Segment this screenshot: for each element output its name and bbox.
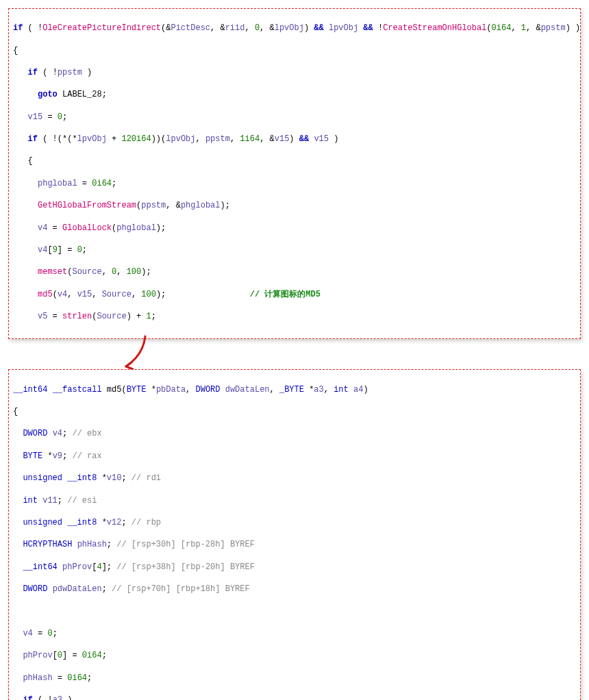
id-source2: Source [102, 290, 131, 299]
op-not: ! [53, 68, 58, 77]
rc4: // esi [67, 496, 97, 505]
op-and: && [314, 23, 323, 33]
id-ppstm2: ppstm [58, 68, 82, 77]
id-v4b: v4 [38, 245, 47, 255]
fn-md5: md5 [38, 290, 53, 299]
kw-if3: if [28, 134, 38, 144]
id-v15c: v15 [314, 134, 329, 144]
t-int: int [334, 385, 349, 395]
brace-open: { [13, 45, 576, 56]
t-d7: __int64 [23, 562, 57, 572]
id-v4c: v4 [58, 290, 67, 299]
comment-md5: // 计算图标的MD5 [250, 290, 321, 299]
id-v15: v15 [28, 112, 43, 122]
ni0: 0 [58, 651, 62, 660]
rc7: // [rsp+38h] [rbp-20h] BYREF [116, 562, 255, 572]
rc3: // rdi [131, 473, 161, 483]
id-phglobal2: phglobal [181, 201, 221, 210]
fn-olecreate: OleCreatePictureIndirect [42, 23, 161, 33]
id-source: Source [72, 267, 101, 277]
fn-strlen: strlen [62, 312, 92, 321]
id-lpvobj: lpvObj [275, 23, 304, 33]
t-d1: DWORD [23, 429, 47, 438]
num-100: 100 [127, 267, 142, 277]
num-0c: 0 [77, 245, 82, 255]
id-lpvobj3: lpvObj [77, 134, 107, 144]
shh: phHash [23, 673, 52, 683]
n0i64: 0i64 [82, 651, 102, 660]
p-a3: a3 [314, 385, 323, 395]
t-byte2: _BYTE [279, 385, 304, 395]
num-0d: 0 [112, 267, 116, 277]
fn-createstream: CreateStreamOnHGlobal [383, 23, 486, 33]
id-ppstm: ppstm [541, 23, 566, 33]
dhh: phHash [77, 540, 107, 549]
rc5: // rbp [131, 518, 161, 527]
num-0b: 0 [58, 112, 62, 122]
id-ppstm3: ppstm [205, 134, 230, 144]
num-0i64b: 0i64 [92, 179, 112, 188]
num-120: 120i64 [121, 134, 151, 144]
code-block-top: if ( !OleCreatePictureIndirect(&PictDesc… [8, 8, 581, 339]
id-pictdesc: PictDesc [171, 23, 210, 33]
dv4: v4 [53, 429, 62, 438]
fn-memset: memset [38, 267, 67, 277]
sprov: phProv [23, 651, 52, 660]
t-d4: int [23, 496, 38, 505]
op-and3: && [299, 134, 309, 144]
num-100b: 100 [141, 290, 156, 299]
id-lpvobj4: lpvObj [166, 134, 195, 144]
num-1b: 1 [146, 312, 151, 321]
p-dwdatalen: dwDataLen [225, 385, 270, 395]
t-d5: unsigned __int8 [23, 518, 97, 527]
dpdl: pdwDataLen [53, 584, 102, 594]
t-dword: DWORD [196, 385, 221, 395]
arrow-connector [8, 339, 581, 369]
id-v5: v5 [38, 312, 47, 321]
rc1: // ebx [72, 429, 101, 438]
num-0i64: 0i64 [492, 23, 512, 33]
lbl-28: LABEL_28 [62, 90, 102, 99]
rc2: // rax [72, 451, 101, 461]
t-d6: HCRYPTHASH [23, 540, 72, 549]
t-d3: unsigned __int8 [23, 473, 97, 483]
rc8: // [rsp+70h] [rbp+18h] BYREF [112, 584, 250, 594]
dprov: phProv [62, 562, 92, 572]
t-d8: DWORD [23, 584, 47, 594]
kw-if2: if [28, 68, 38, 77]
id-v4: v4 [38, 223, 47, 233]
p-pbdata: pbData [156, 385, 186, 395]
dv10: v10 [107, 473, 122, 483]
sv4: v4 [23, 629, 32, 638]
num-4: 4 [97, 562, 101, 572]
t-d2: BYTE [23, 451, 42, 461]
rc6: // [rsp+30h] [rbp-28h] BYREF [116, 540, 255, 549]
fn-sig-md5: md5 [107, 385, 122, 395]
n0: 0 [47, 629, 52, 638]
id-phglobal3: phglobal [116, 223, 156, 233]
id-ppstm4: ppstm [141, 201, 166, 210]
num-9: 9 [53, 245, 58, 255]
fn-globallock: GlobalLock [62, 223, 112, 233]
p-a4: a4 [353, 385, 363, 395]
id-v15b: v15 [275, 134, 290, 144]
code-block-bottom: __int64 __fastcall md5(BYTE *pbData, DWO… [8, 369, 581, 700]
kw-goto: goto [38, 90, 58, 99]
brace-open2: { [28, 156, 33, 166]
fn-gethglobal: GetHGlobalFromStream [38, 201, 136, 210]
sa3: a3 [53, 695, 62, 700]
id-lpvobj2: lpvObj [329, 23, 358, 33]
num-1: 1 [521, 23, 526, 33]
t-int64: __int64 [13, 385, 47, 395]
kwif4: if [23, 695, 32, 700]
n0i64b: 0i64 [67, 673, 87, 683]
id-riid: riid [225, 23, 245, 33]
id-v15d: v15 [77, 290, 92, 299]
dv9: v9 [53, 451, 62, 461]
id-source3: Source [97, 312, 126, 321]
t-fastcall: __fastcall [53, 385, 102, 395]
dv12: v12 [107, 518, 122, 527]
t-byte: BYTE [127, 385, 147, 395]
op-and2: && [363, 23, 373, 33]
id-phglobal: phglobal [38, 179, 77, 188]
